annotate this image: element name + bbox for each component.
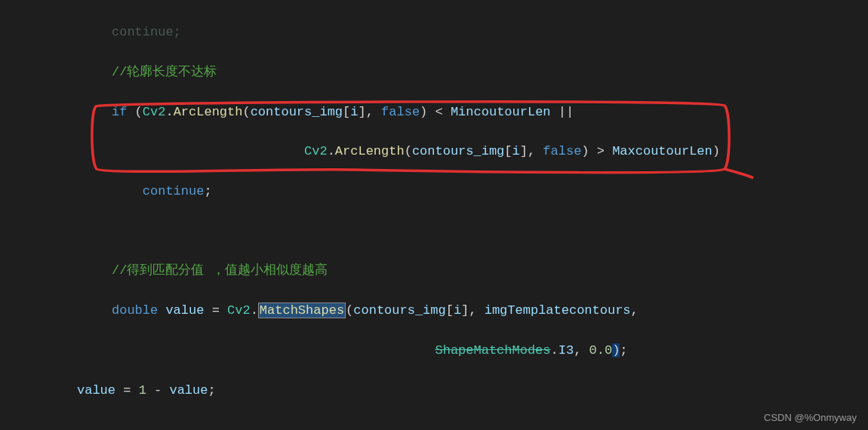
code-editor: continue; //轮廓长度不达标 if (Cv2.ArcLength(co… <box>0 0 868 430</box>
code-line: continue; <box>112 182 868 201</box>
code-line: if (Cv2.ArcLength(contours_img[i], false… <box>112 103 868 122</box>
code-line: value = 1 - value; <box>77 381 868 401</box>
code-line: //得到匹配分值 ，值越小相似度越高 <box>112 261 868 281</box>
code-line: ShapeMatchModes.I3, 0.0); <box>112 341 868 361</box>
selected-method[interactable]: MatchShapes <box>258 303 346 318</box>
code-line: //轮廓长度不达标 <box>112 63 868 82</box>
code-line: double value = Cv2.MatchShapes(contours_… <box>112 301 868 321</box>
code-line <box>112 222 868 241</box>
code-line: Cv2.ArcLength(contours_img[i], false) > … <box>112 142 868 161</box>
code-line: continue; <box>112 23 868 42</box>
code-line <box>112 420 868 430</box>
watermark: CSDN @%Onmyway <box>764 410 857 425</box>
